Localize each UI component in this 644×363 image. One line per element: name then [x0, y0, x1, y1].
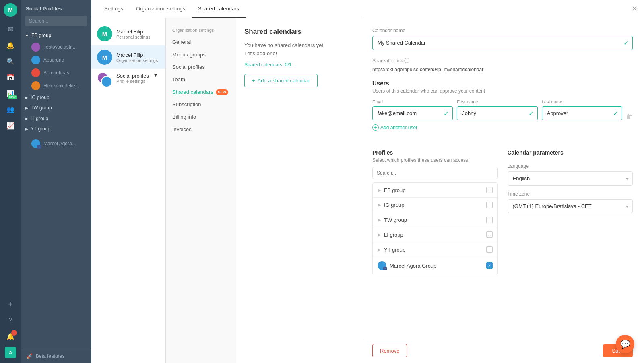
delete-user-icon[interactable]: 🗑 [626, 104, 633, 120]
calendar-name-input[interactable] [372, 36, 633, 50]
no-calendars-text: You have no shared calendars yet. Let's … [244, 41, 353, 57]
help-icon[interactable]: ⓘ [404, 58, 409, 64]
profile-bombuleras[interactable]: Bombuleras [21, 66, 91, 79]
timezone-select[interactable]: (GMT+1) Europe/Bratislava - CET [508, 199, 633, 213]
tab-settings[interactable]: Settings [98, 0, 130, 18]
yt-group-checkbox[interactable] [486, 246, 493, 253]
social-search-input[interactable] [25, 16, 87, 26]
first-name-input[interactable] [457, 106, 537, 120]
shared-count-value: 0/1 [285, 62, 292, 68]
nav-item-invoices[interactable]: Invoices [166, 123, 236, 136]
user-item-personal[interactable]: M Marcel Filip Personal settings [91, 22, 165, 45]
profile-ig-group[interactable]: ▶ IG group [373, 198, 497, 212]
profile-absurdno[interactable]: Absurdno [21, 54, 91, 66]
tab-org-settings[interactable]: Organization settings [130, 0, 192, 18]
shared-calendars-title: Shared calendars [244, 28, 353, 36]
remove-button[interactable]: Remove [372, 344, 407, 357]
users-section-title: Users [372, 80, 633, 87]
fb-group-item[interactable]: ▼ FB group [21, 30, 91, 41]
language-label: Language [508, 163, 633, 169]
profile-marcel-agora-group[interactable]: f Marcel Agora Group [373, 257, 497, 274]
chat-fab-button[interactable]: 💬 [616, 335, 634, 353]
profile-avatar [31, 68, 40, 77]
li-group-item[interactable]: ▶ LI group [21, 113, 91, 124]
profile-testovaciastr[interactable]: Testovaciastr... [21, 41, 91, 54]
marcel-agora-checkbox[interactable] [486, 262, 493, 269]
calendar-nav-icon[interactable]: 📅 [3, 70, 18, 85]
user-item-social-profiles[interactable]: Social profiles Profile settings ▼ [91, 69, 165, 91]
language-select[interactable]: English [508, 171, 633, 186]
tw-group-chevron: ▶ [25, 106, 28, 110]
action-bar: Remove Save [361, 338, 644, 363]
add-calendar-button[interactable]: + Add a shared calendar [244, 74, 318, 87]
nav-panel: Organization settings General Menu / gro… [166, 18, 236, 363]
email-col: Email ✓ [372, 99, 453, 120]
user-item-org[interactable]: M Marcel Filip Organization settings [91, 45, 165, 69]
help-nav-icon[interactable]: ? [3, 313, 18, 328]
profile-avatar: f [31, 139, 40, 148]
fb-group-checkbox[interactable] [486, 187, 493, 193]
add-user-link[interactable]: + Add another user [372, 124, 633, 131]
reports-nav-icon[interactable]: 📊 NEW [3, 86, 18, 101]
beta-features-link[interactable]: 🚀 Beta features [21, 349, 91, 363]
first-name-input-wrapper: ✓ [457, 106, 537, 120]
yt-group-item[interactable]: ▶ YT group [21, 124, 91, 134]
analytics-nav-icon[interactable]: 📈 [3, 118, 18, 133]
nav-item-social-profiles[interactable]: Social profiles [166, 61, 236, 73]
ig-group-checkbox[interactable] [486, 202, 493, 208]
notifications-nav-icon[interactable]: 🔔 [3, 38, 18, 52]
tw-group-checkbox[interactable] [486, 217, 493, 223]
profile-avatar [31, 43, 40, 52]
nav-item-billing-info[interactable]: Billing info [166, 111, 236, 123]
inbox-nav-icon[interactable]: ✉ [3, 22, 18, 36]
li-chevron-icon: ▶ [378, 232, 381, 237]
profile-li-group[interactable]: ▶ LI group [373, 227, 497, 242]
search-nav-icon[interactable]: 🔍 [3, 54, 18, 68]
tw-group-item[interactable]: ▶ TW group [21, 103, 91, 113]
content-area: M Marcel Filip Personal settings M Marce… [91, 18, 644, 363]
li-group-chevron: ▶ [25, 116, 28, 121]
beta-features-label: Beta features [36, 353, 64, 359]
top-tabs: Settings Organization settings Shared ca… [91, 0, 644, 18]
profile-search-input[interactable] [372, 167, 498, 179]
profiles-title: Profiles [372, 149, 498, 156]
social-profiles-role: Profile settings [116, 79, 149, 84]
last-name-input[interactable] [542, 106, 622, 120]
nav-item-menu-groups[interactable]: Menu / groups [166, 48, 236, 61]
li-group-checkbox[interactable] [486, 231, 493, 238]
calendar-name-check-icon: ✓ [623, 39, 629, 47]
profile-yt-group[interactable]: ▶ YT group [373, 242, 497, 257]
nav-item-subscription[interactable]: Subscription [166, 98, 236, 111]
calendar-detail-wrapper: Calendar name ✓ Shareable link ⓘ https:/… [361, 18, 644, 363]
settings-main: Settings Organization settings Shared ca… [91, 0, 644, 363]
add-user-circle-icon: + [372, 124, 379, 131]
team-nav-icon[interactable]: 👥 [3, 102, 18, 117]
user-info-personal: Marcel Filip Personal settings [116, 29, 150, 39]
ig-group-item[interactable]: ▶ IG group [21, 92, 91, 103]
delete-col: 🗑 [626, 113, 633, 120]
calendar-params-title: Calendar parameters [508, 149, 633, 156]
notification-badge: 1 [11, 330, 17, 336]
user-panel: M Marcel Filip Personal settings M Marce… [91, 18, 166, 363]
nav-item-general[interactable]: General [166, 36, 236, 48]
shareable-link-group: Shareable link ⓘ https://ext.agorapulse.… [372, 57, 633, 72]
profile-marcel-agora[interactable]: f Marcel Agora... [21, 137, 91, 150]
tw-group-profile-name: TW group [384, 217, 483, 223]
add-calendar-plus-icon: + [252, 78, 255, 84]
notifications-count-icon[interactable]: 🔔 1 [3, 329, 18, 344]
email-input[interactable] [372, 106, 453, 120]
add-profile-icon[interactable]: + [3, 297, 18, 311]
close-button[interactable]: ✕ [632, 4, 638, 13]
users-section-subtitle: Users of this calendar who can approve y… [372, 88, 633, 94]
profile-helekenkeleke[interactable]: Helekenkeleke... [21, 79, 91, 92]
fb-group-label: FB group [31, 33, 51, 38]
social-avatar-2 [101, 76, 112, 87]
nav-item-team[interactable]: Team [166, 73, 236, 86]
profile-tw-group[interactable]: ▶ TW group [373, 212, 497, 227]
profile-fb-group[interactable]: ▶ FB group [373, 183, 497, 198]
first-name-check-icon: ✓ [528, 109, 534, 117]
tab-shared-calendars[interactable]: Shared calendars [192, 0, 246, 18]
last-name-label: Last name [542, 99, 622, 104]
user-avatar-btn[interactable]: M [4, 3, 17, 17]
nav-item-shared-calendars[interactable]: Shared calendars NEW [166, 86, 236, 98]
